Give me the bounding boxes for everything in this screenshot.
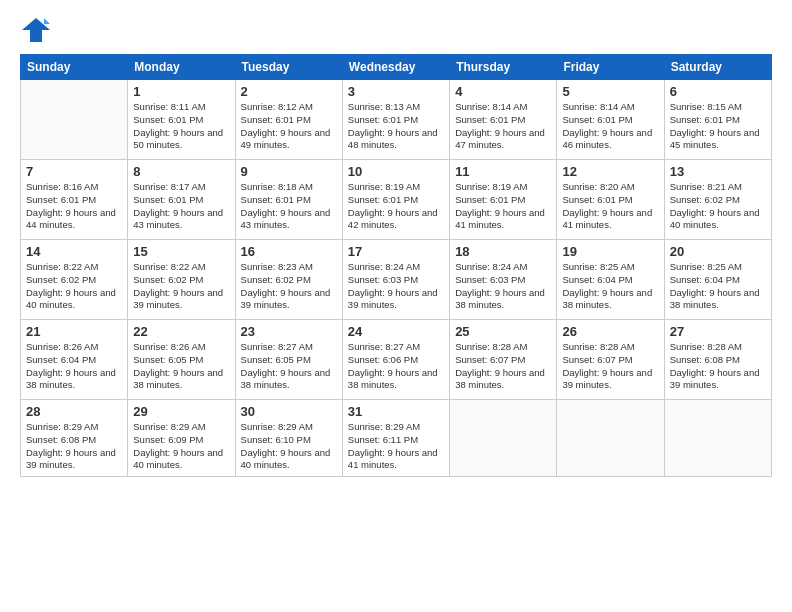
day-info: Sunrise: 8:21 AM Sunset: 6:02 PM Dayligh… xyxy=(670,181,766,232)
day-number: 14 xyxy=(26,244,122,259)
page: SundayMondayTuesdayWednesdayThursdayFrid… xyxy=(0,0,792,612)
calendar-week-row: 1Sunrise: 8:11 AM Sunset: 6:01 PM Daylig… xyxy=(21,80,772,160)
day-number: 13 xyxy=(670,164,766,179)
calendar-cell xyxy=(664,400,771,477)
calendar-cell: 30Sunrise: 8:29 AM Sunset: 6:10 PM Dayli… xyxy=(235,400,342,477)
calendar-header-thursday: Thursday xyxy=(450,55,557,80)
day-number: 6 xyxy=(670,84,766,99)
day-number: 2 xyxy=(241,84,337,99)
day-number: 30 xyxy=(241,404,337,419)
day-number: 21 xyxy=(26,324,122,339)
day-info: Sunrise: 8:14 AM Sunset: 6:01 PM Dayligh… xyxy=(562,101,658,152)
calendar-cell: 4Sunrise: 8:14 AM Sunset: 6:01 PM Daylig… xyxy=(450,80,557,160)
calendar-week-row: 21Sunrise: 8:26 AM Sunset: 6:04 PM Dayli… xyxy=(21,320,772,400)
day-info: Sunrise: 8:13 AM Sunset: 6:01 PM Dayligh… xyxy=(348,101,444,152)
calendar: SundayMondayTuesdayWednesdayThursdayFrid… xyxy=(20,54,772,477)
svg-marker-1 xyxy=(44,18,50,24)
day-number: 28 xyxy=(26,404,122,419)
day-info: Sunrise: 8:19 AM Sunset: 6:01 PM Dayligh… xyxy=(348,181,444,232)
calendar-header-friday: Friday xyxy=(557,55,664,80)
day-info: Sunrise: 8:29 AM Sunset: 6:10 PM Dayligh… xyxy=(241,421,337,472)
day-number: 25 xyxy=(455,324,551,339)
calendar-cell: 13Sunrise: 8:21 AM Sunset: 6:02 PM Dayli… xyxy=(664,160,771,240)
day-number: 23 xyxy=(241,324,337,339)
calendar-cell: 16Sunrise: 8:23 AM Sunset: 6:02 PM Dayli… xyxy=(235,240,342,320)
day-info: Sunrise: 8:27 AM Sunset: 6:06 PM Dayligh… xyxy=(348,341,444,392)
calendar-cell: 2Sunrise: 8:12 AM Sunset: 6:01 PM Daylig… xyxy=(235,80,342,160)
day-info: Sunrise: 8:28 AM Sunset: 6:08 PM Dayligh… xyxy=(670,341,766,392)
calendar-cell: 14Sunrise: 8:22 AM Sunset: 6:02 PM Dayli… xyxy=(21,240,128,320)
day-info: Sunrise: 8:29 AM Sunset: 6:09 PM Dayligh… xyxy=(133,421,229,472)
calendar-cell: 20Sunrise: 8:25 AM Sunset: 6:04 PM Dayli… xyxy=(664,240,771,320)
header xyxy=(20,16,772,44)
calendar-cell: 19Sunrise: 8:25 AM Sunset: 6:04 PM Dayli… xyxy=(557,240,664,320)
calendar-header-row: SundayMondayTuesdayWednesdayThursdayFrid… xyxy=(21,55,772,80)
calendar-cell: 31Sunrise: 8:29 AM Sunset: 6:11 PM Dayli… xyxy=(342,400,449,477)
day-number: 9 xyxy=(241,164,337,179)
calendar-cell: 28Sunrise: 8:29 AM Sunset: 6:08 PM Dayli… xyxy=(21,400,128,477)
day-info: Sunrise: 8:12 AM Sunset: 6:01 PM Dayligh… xyxy=(241,101,337,152)
day-info: Sunrise: 8:24 AM Sunset: 6:03 PM Dayligh… xyxy=(455,261,551,312)
day-number: 20 xyxy=(670,244,766,259)
day-info: Sunrise: 8:16 AM Sunset: 6:01 PM Dayligh… xyxy=(26,181,122,232)
day-number: 7 xyxy=(26,164,122,179)
day-info: Sunrise: 8:15 AM Sunset: 6:01 PM Dayligh… xyxy=(670,101,766,152)
day-info: Sunrise: 8:17 AM Sunset: 6:01 PM Dayligh… xyxy=(133,181,229,232)
day-number: 11 xyxy=(455,164,551,179)
logo-icon xyxy=(20,16,52,44)
day-number: 29 xyxy=(133,404,229,419)
calendar-cell: 23Sunrise: 8:27 AM Sunset: 6:05 PM Dayli… xyxy=(235,320,342,400)
day-number: 12 xyxy=(562,164,658,179)
calendar-cell: 11Sunrise: 8:19 AM Sunset: 6:01 PM Dayli… xyxy=(450,160,557,240)
calendar-cell: 18Sunrise: 8:24 AM Sunset: 6:03 PM Dayli… xyxy=(450,240,557,320)
day-info: Sunrise: 8:11 AM Sunset: 6:01 PM Dayligh… xyxy=(133,101,229,152)
day-number: 16 xyxy=(241,244,337,259)
calendar-cell: 8Sunrise: 8:17 AM Sunset: 6:01 PM Daylig… xyxy=(128,160,235,240)
calendar-cell: 12Sunrise: 8:20 AM Sunset: 6:01 PM Dayli… xyxy=(557,160,664,240)
day-info: Sunrise: 8:22 AM Sunset: 6:02 PM Dayligh… xyxy=(133,261,229,312)
day-number: 17 xyxy=(348,244,444,259)
calendar-cell: 5Sunrise: 8:14 AM Sunset: 6:01 PM Daylig… xyxy=(557,80,664,160)
calendar-cell: 21Sunrise: 8:26 AM Sunset: 6:04 PM Dayli… xyxy=(21,320,128,400)
day-info: Sunrise: 8:20 AM Sunset: 6:01 PM Dayligh… xyxy=(562,181,658,232)
day-info: Sunrise: 8:27 AM Sunset: 6:05 PM Dayligh… xyxy=(241,341,337,392)
day-number: 10 xyxy=(348,164,444,179)
calendar-cell: 27Sunrise: 8:28 AM Sunset: 6:08 PM Dayli… xyxy=(664,320,771,400)
calendar-cell: 22Sunrise: 8:26 AM Sunset: 6:05 PM Dayli… xyxy=(128,320,235,400)
day-number: 24 xyxy=(348,324,444,339)
calendar-cell: 3Sunrise: 8:13 AM Sunset: 6:01 PM Daylig… xyxy=(342,80,449,160)
day-info: Sunrise: 8:26 AM Sunset: 6:04 PM Dayligh… xyxy=(26,341,122,392)
calendar-cell: 9Sunrise: 8:18 AM Sunset: 6:01 PM Daylig… xyxy=(235,160,342,240)
calendar-week-row: 28Sunrise: 8:29 AM Sunset: 6:08 PM Dayli… xyxy=(21,400,772,477)
calendar-week-row: 14Sunrise: 8:22 AM Sunset: 6:02 PM Dayli… xyxy=(21,240,772,320)
calendar-cell: 7Sunrise: 8:16 AM Sunset: 6:01 PM Daylig… xyxy=(21,160,128,240)
day-number: 15 xyxy=(133,244,229,259)
calendar-week-row: 7Sunrise: 8:16 AM Sunset: 6:01 PM Daylig… xyxy=(21,160,772,240)
day-info: Sunrise: 8:28 AM Sunset: 6:07 PM Dayligh… xyxy=(455,341,551,392)
day-info: Sunrise: 8:24 AM Sunset: 6:03 PM Dayligh… xyxy=(348,261,444,312)
calendar-header-wednesday: Wednesday xyxy=(342,55,449,80)
logo xyxy=(20,16,56,44)
day-number: 26 xyxy=(562,324,658,339)
day-info: Sunrise: 8:19 AM Sunset: 6:01 PM Dayligh… xyxy=(455,181,551,232)
day-info: Sunrise: 8:29 AM Sunset: 6:08 PM Dayligh… xyxy=(26,421,122,472)
day-number: 4 xyxy=(455,84,551,99)
day-info: Sunrise: 8:25 AM Sunset: 6:04 PM Dayligh… xyxy=(670,261,766,312)
calendar-header-tuesday: Tuesday xyxy=(235,55,342,80)
calendar-cell: 15Sunrise: 8:22 AM Sunset: 6:02 PM Dayli… xyxy=(128,240,235,320)
calendar-cell: 24Sunrise: 8:27 AM Sunset: 6:06 PM Dayli… xyxy=(342,320,449,400)
day-number: 22 xyxy=(133,324,229,339)
calendar-header-monday: Monday xyxy=(128,55,235,80)
calendar-cell: 29Sunrise: 8:29 AM Sunset: 6:09 PM Dayli… xyxy=(128,400,235,477)
day-number: 18 xyxy=(455,244,551,259)
day-info: Sunrise: 8:23 AM Sunset: 6:02 PM Dayligh… xyxy=(241,261,337,312)
calendar-cell xyxy=(557,400,664,477)
day-info: Sunrise: 8:22 AM Sunset: 6:02 PM Dayligh… xyxy=(26,261,122,312)
calendar-cell: 10Sunrise: 8:19 AM Sunset: 6:01 PM Dayli… xyxy=(342,160,449,240)
day-number: 19 xyxy=(562,244,658,259)
day-number: 27 xyxy=(670,324,766,339)
day-number: 5 xyxy=(562,84,658,99)
calendar-header-saturday: Saturday xyxy=(664,55,771,80)
day-number: 1 xyxy=(133,84,229,99)
day-number: 31 xyxy=(348,404,444,419)
